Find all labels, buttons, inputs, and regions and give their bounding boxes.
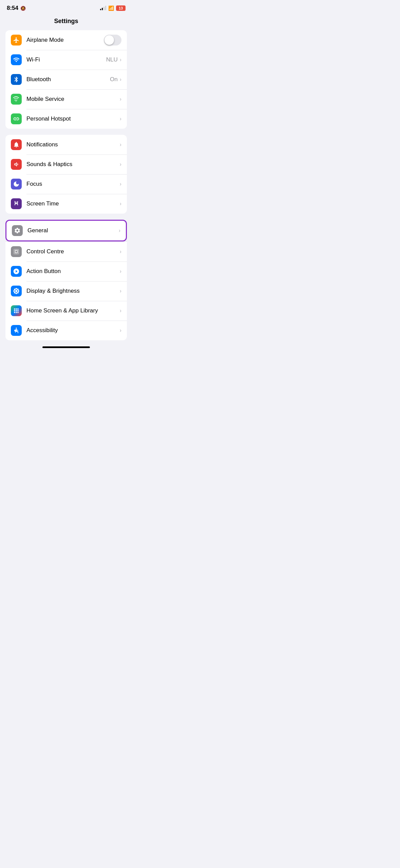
general-row[interactable]: General ›: [6, 221, 126, 240]
notifications-label: Notifications: [26, 141, 120, 148]
general-icon: [12, 225, 23, 236]
wifi-icon: 📶: [108, 5, 114, 11]
svg-point-0: [16, 328, 17, 329]
airplane-mode-toggle[interactable]: [104, 35, 121, 46]
wifi-value: NLU: [106, 56, 118, 63]
focus-label: Focus: [26, 181, 120, 187]
accessibility-chevron: ›: [120, 327, 121, 333]
accessibility-row[interactable]: Accessibility ›: [5, 321, 127, 340]
focus-row[interactable]: Focus ›: [5, 174, 127, 194]
home-indicator: [42, 346, 90, 348]
wifi-chevron: ›: [120, 57, 121, 63]
control-centre-label: Control Centre: [26, 248, 120, 255]
screen-time-label: Screen Time: [26, 200, 120, 207]
airplane-mode-row[interactable]: Airplane Mode: [5, 30, 127, 50]
control-centre-chevron: ›: [120, 249, 121, 255]
sounds-row[interactable]: Sounds & Haptics ›: [5, 155, 127, 174]
control-centre-row[interactable]: Control Centre ›: [5, 242, 127, 261]
screen-time-icon: [11, 198, 22, 209]
general-label: General: [27, 227, 119, 234]
home-screen-icon: [11, 305, 22, 316]
status-icons: 📶 13: [100, 5, 126, 11]
connectivity-group: Airplane Mode Wi-Fi NLU › Bluetooth On ›…: [5, 30, 127, 129]
mute-icon: 🔕: [20, 6, 26, 11]
sounds-label: Sounds & Haptics: [26, 161, 120, 168]
notifications-icon: [11, 139, 22, 150]
mobile-service-label: Mobile Service: [26, 96, 120, 103]
mobile-service-row[interactable]: Mobile Service ›: [5, 89, 127, 109]
general-chevron: ›: [119, 228, 120, 234]
accessibility-icon: [11, 325, 22, 336]
bluetooth-chevron: ›: [120, 76, 121, 83]
bluetooth-row[interactable]: Bluetooth On ›: [5, 70, 127, 89]
sounds-icon: [11, 159, 22, 170]
notifications-row[interactable]: Notifications ›: [5, 135, 127, 155]
notifications-chevron: ›: [120, 142, 121, 148]
personal-hotspot-icon: [11, 113, 22, 124]
personal-hotspot-chevron: ›: [120, 116, 121, 122]
display-brightness-icon: [11, 286, 22, 296]
focus-chevron: ›: [120, 181, 121, 187]
personal-hotspot-label: Personal Hotspot: [26, 115, 120, 122]
focus-icon: [11, 179, 22, 189]
status-time: 8:54 🔕: [7, 5, 26, 12]
appearance-group: Control Centre › Action Button › Display…: [5, 241, 127, 340]
time-label: 8:54: [7, 5, 18, 12]
airplane-mode-icon: [11, 35, 22, 46]
personal-hotspot-row[interactable]: Personal Hotspot ›: [5, 109, 127, 129]
home-screen-row[interactable]: Home Screen & App Library ›: [5, 301, 127, 321]
display-brightness-chevron: ›: [120, 288, 121, 294]
display-brightness-label: Display & Brightness: [26, 288, 120, 294]
wifi-label: Wi-Fi: [26, 56, 106, 63]
screen-time-chevron: ›: [120, 201, 121, 207]
wifi-icon: [11, 54, 22, 65]
airplane-mode-label: Airplane Mode: [26, 37, 104, 43]
system-group: Notifications › Sounds & Haptics › Focus…: [5, 135, 127, 214]
control-centre-icon: [11, 246, 22, 257]
action-button-icon: [11, 266, 22, 277]
status-bar: 8:54 🔕 📶 13: [0, 0, 132, 14]
page-title: Settings: [0, 14, 132, 30]
mobile-service-chevron: ›: [120, 96, 121, 102]
home-screen-label: Home Screen & App Library: [26, 307, 120, 314]
bluetooth-value: On: [110, 76, 118, 83]
battery-indicator: 13: [116, 5, 126, 11]
action-button-row[interactable]: Action Button ›: [5, 261, 127, 281]
screen-time-row[interactable]: Screen Time ›: [5, 194, 127, 214]
action-button-chevron: ›: [120, 268, 121, 274]
action-button-label: Action Button: [26, 268, 120, 275]
bluetooth-icon: [11, 74, 22, 85]
sounds-chevron: ›: [120, 161, 121, 167]
accessibility-label: Accessibility: [26, 327, 120, 334]
general-highlighted-group: General ›: [5, 220, 127, 241]
home-screen-chevron: ›: [120, 308, 121, 314]
wifi-row[interactable]: Wi-Fi NLU ›: [5, 50, 127, 70]
bluetooth-label: Bluetooth: [26, 76, 110, 83]
display-brightness-row[interactable]: Display & Brightness ›: [5, 281, 127, 301]
mobile-service-icon: [11, 94, 22, 105]
signal-icon: [100, 6, 106, 10]
